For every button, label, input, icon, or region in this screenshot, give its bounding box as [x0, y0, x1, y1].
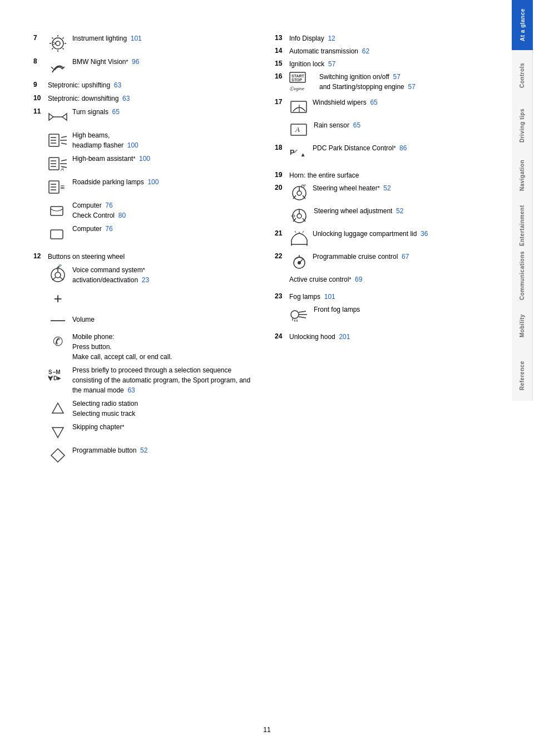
text-diamond: Programmable button 52 [72, 445, 253, 455]
svg-text:▲: ▲ [300, 151, 306, 158]
entry-num-19: 19 [275, 170, 286, 179]
page-ref-24[interactable]: 201 [339, 333, 350, 341]
sidebar-tab-at-a-glance[interactable]: At a glance [512, 0, 533, 50]
sub-entry-sdm: S – M ⮟D ▶ Press briefly to proceed thro… [48, 365, 253, 395]
page-ref-diamond[interactable]: 52 [140, 446, 147, 454]
page-number: 11 [263, 726, 270, 734]
sub-entry-computer1: Computer 76Check Control 80 [48, 200, 253, 220]
entry-17: 17 Windshield wipers 65 [275, 97, 494, 117]
page-ref-high-beam-assistant[interactable]: 100 [139, 155, 150, 163]
svg-marker-13 [62, 114, 67, 120]
page-ref-8[interactable]: 96 [132, 58, 139, 66]
sidebar-tabs: At a glance Controls Driving tips Naviga… [512, 0, 533, 756]
icon-up-arrow [48, 399, 68, 419]
icon-vol-plus: + [48, 288, 68, 308]
entry-10: 10 Steptronic: downshifting 63 [33, 94, 253, 104]
sidebar-tab-entertainment[interactable]: Entertainment [512, 200, 533, 251]
entry-text-23: Fog lamps 101 [289, 292, 494, 302]
entry-icon-7 [48, 33, 68, 53]
entry-num-16: 16 [275, 72, 286, 80]
page-ref-16b[interactable]: 57 [408, 83, 415, 91]
entry-text-12: Buttons on steering wheel [48, 252, 253, 262]
page-ref-17[interactable]: 65 [370, 99, 377, 106]
icon-diamond [48, 445, 68, 465]
sub-entry-down-arrow: Skipping chapter* [48, 422, 253, 442]
entry-16: 16 START STOP Ⓔvgine Switching ignition … [275, 72, 494, 92]
sub-entry-steering-adj: Steering wheel adjustment 52 [289, 206, 494, 226]
icon-luggage [289, 229, 309, 249]
entry-21: 21 Unlocking luggage compartment lid 36 [275, 229, 494, 249]
page-ref-10[interactable]: 63 [122, 95, 130, 102]
entry-20: 20 Steering wheel heater* 52 [275, 183, 494, 203]
text-fog-front: Front fog lamps [314, 305, 494, 315]
page-ref-computer76b[interactable]: 76 [105, 225, 112, 233]
svg-line-40 [52, 277, 56, 280]
page-ref-11[interactable]: 65 [112, 108, 120, 116]
text-rain-sensor: Rain sensor 65 [314, 120, 494, 130]
entry-text-10: Steptronic: downshifting 63 [48, 94, 253, 104]
entry-text-15: Ignition lock 57 [289, 59, 494, 69]
icon-roadside: ≡ [48, 177, 68, 197]
page-ref-20[interactable]: 52 [383, 184, 390, 192]
svg-text:🎤: 🎤 [56, 264, 62, 270]
svg-line-6 [63, 48, 64, 50]
page-ref-7[interactable]: 101 [131, 35, 142, 42]
page-ref-acc[interactable]: 69 [355, 276, 362, 283]
text-vol-minus: Volume [72, 315, 253, 325]
sub-entry-rain: A Rain sensor 65 [289, 120, 494, 140]
entry-num-15: 15 [275, 59, 286, 67]
svg-line-4 [63, 37, 64, 38]
svg-point-58 [297, 191, 301, 195]
page-ref-18[interactable]: 86 [399, 144, 407, 152]
icon-computer1 [48, 200, 68, 220]
text-phone: Mobile phone:Press button.Make call, acc… [72, 332, 253, 362]
sidebar-tab-reference[interactable]: Reference [512, 351, 533, 401]
entry-22: 22 Programmable cruise control 67 [275, 252, 494, 272]
page-ref-sw-adj[interactable]: 52 [396, 207, 403, 215]
entry-num-11: 11 [33, 107, 43, 115]
svg-text:P: P [290, 149, 294, 156]
svg-text:START: START [291, 74, 305, 78]
sidebar-tab-driving-tips[interactable]: Driving tips [512, 100, 533, 150]
page-ref-rain[interactable]: 65 [353, 121, 360, 129]
page-ref-21[interactable]: 36 [421, 230, 428, 238]
entry-text-7: Instrument lighting 101 [72, 33, 253, 43]
page-ref-9[interactable]: 63 [114, 81, 121, 89]
sidebar-tab-controls[interactable]: Controls [512, 50, 533, 100]
text-sdm: Press briefly to proceed through a selec… [72, 365, 253, 395]
page-ref-computer76[interactable]: 76 [105, 202, 112, 209]
entry-text-20: Steering wheel heater* 52 [313, 183, 494, 193]
entry-13: 13 Info Display 12 [275, 33, 494, 43]
page-ref-roadside[interactable]: 100 [147, 178, 159, 186]
page-ref-15[interactable]: 57 [328, 60, 335, 68]
svg-line-41 [60, 277, 63, 280]
page-ref-16a[interactable]: 57 [393, 73, 400, 81]
page-ref-sdm[interactable]: 63 [127, 386, 135, 394]
left-column: 7 [33, 33, 253, 723]
text-roadside: Roadside parking lamps 100 [72, 177, 253, 187]
page-ref-cc80[interactable]: 80 [118, 212, 126, 219]
sidebar-tab-communications[interactable]: Communications [512, 251, 533, 301]
page-ref-14[interactable]: 62 [362, 47, 369, 55]
entry-text-14: Automatic transmission 62 [289, 46, 494, 56]
page-ref-13[interactable]: 12 [328, 35, 335, 42]
text-computer2: Computer 76 [72, 224, 253, 234]
divider-19 [275, 166, 494, 170]
svg-marker-44 [52, 428, 63, 438]
sidebar-tab-mobility[interactable]: Mobility [512, 301, 533, 351]
page-ref-high-beams[interactable]: 100 [127, 141, 139, 149]
entry-num-22: 22 [275, 252, 286, 260]
page-ref-23[interactable]: 101 [324, 293, 335, 301]
sidebar-tab-navigation[interactable]: Navigation [512, 150, 533, 200]
right-column: 13 Info Display 12 14 Automatic transmis… [269, 33, 494, 723]
page-ref-22[interactable]: 67 [402, 253, 409, 261]
page-ref-voice[interactable]: 23 [142, 276, 149, 284]
entry-num-9: 9 [33, 80, 43, 89]
entry-num-13: 13 [275, 33, 286, 42]
sub-entry-active-cruise: Active cruise control* 69 [289, 274, 494, 284]
entry-19: 19 Horn: the entire surface [275, 170, 494, 180]
svg-line-7 [52, 48, 53, 50]
icon-start-stop: START STOP Ⓔvgine [289, 72, 314, 92]
sub-entry-phone: ✆ Mobile phone:Press button.Make call, a… [48, 332, 253, 362]
entry-15: 15 Ignition lock 57 [275, 59, 494, 69]
